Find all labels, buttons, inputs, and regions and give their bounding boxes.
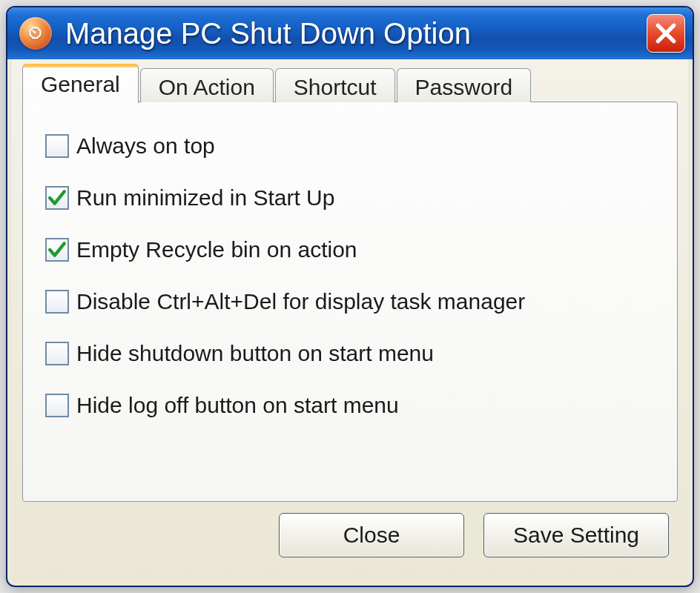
dialog-footer: Close Save Setting <box>22 503 678 557</box>
option-label: Always on top <box>76 133 215 159</box>
app-clock-icon: ⏲ <box>19 17 52 50</box>
option-row: Always on top <box>45 133 655 159</box>
options-dialog: ⏲ Manage PC Shut Down Option General On … <box>6 6 694 587</box>
check-icon <box>47 188 67 208</box>
tab-general[interactable]: General <box>22 64 139 103</box>
window-close-button[interactable] <box>647 14 685 53</box>
tab-panel-general: Always on top Run minimized in Start Up … <box>22 102 678 502</box>
checkbox-always-on-top[interactable] <box>45 134 69 158</box>
option-row: Empty Recycle bin on action <box>45 237 655 262</box>
option-label: Hide log off button on start menu <box>76 393 399 418</box>
option-label: Disable Ctrl+Alt+Del for display task ma… <box>76 289 525 314</box>
titlebar[interactable]: ⏲ Manage PC Shut Down Option <box>7 7 693 59</box>
checkbox-hide-shutdown-button[interactable] <box>45 342 69 365</box>
window-title: Manage PC Shut Down Option <box>65 17 647 50</box>
option-label: Run minimized in Start Up <box>76 185 334 211</box>
tab-shortcut[interactable]: Shortcut <box>275 68 395 102</box>
option-row: Disable Ctrl+Alt+Del for display task ma… <box>45 289 655 314</box>
option-row: Hide shutdown button on start menu <box>45 341 655 366</box>
option-label: Hide shutdown button on start menu <box>76 341 434 366</box>
tab-password[interactable]: Password <box>397 68 532 102</box>
checkbox-disable-ctrl-alt-del[interactable] <box>45 290 69 314</box>
option-label: Empty Recycle bin on action <box>76 237 357 262</box>
checkbox-empty-recycle-bin[interactable] <box>45 238 69 262</box>
option-row: Hide log off button on start menu <box>45 393 655 418</box>
tabstrip: General On Action Shortcut Password <box>22 64 678 102</box>
option-row: Run minimized in Start Up <box>45 185 655 211</box>
checkbox-hide-logoff-button[interactable] <box>45 394 69 417</box>
close-button[interactable]: Close <box>279 513 464 557</box>
tab-on-action[interactable]: On Action <box>140 68 274 102</box>
check-icon <box>47 240 67 259</box>
save-setting-button[interactable]: Save Setting <box>483 513 669 557</box>
client-area: General On Action Shortcut Password Alwa… <box>12 59 688 581</box>
checkbox-run-minimized[interactable] <box>45 186 69 210</box>
close-icon <box>654 21 678 45</box>
